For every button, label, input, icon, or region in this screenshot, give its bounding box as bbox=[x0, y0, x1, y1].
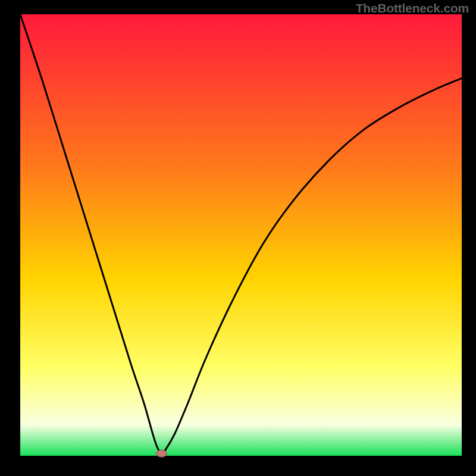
bottleneck-chart bbox=[0, 0, 476, 476]
attribution-label: TheBottleneck.com bbox=[356, 1, 469, 15]
chart-stage: TheBottleneck.com bbox=[0, 0, 476, 476]
plot-area bbox=[20, 14, 462, 456]
optimum-marker bbox=[156, 450, 167, 457]
